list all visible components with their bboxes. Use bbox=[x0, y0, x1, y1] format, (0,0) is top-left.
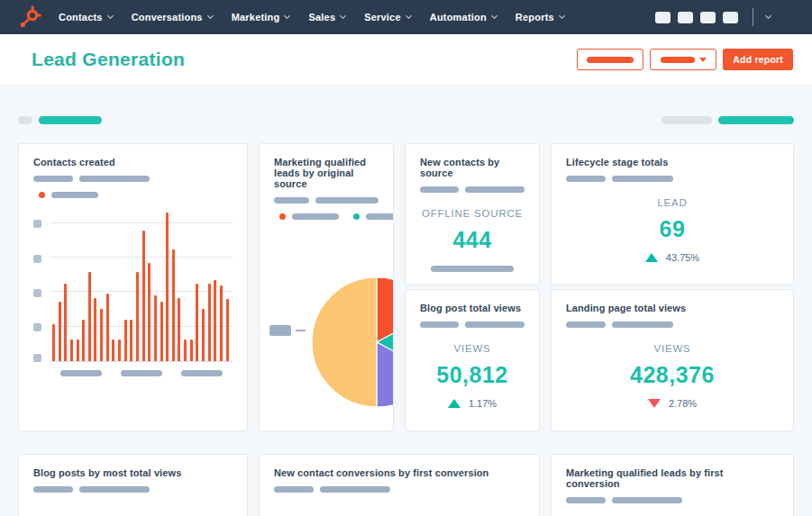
bar bbox=[190, 339, 193, 361]
account-menu[interactable] bbox=[766, 16, 796, 18]
legend-label-placeholder bbox=[51, 192, 98, 198]
bar-chart-plot bbox=[50, 211, 233, 362]
card-title: Lifecycle stage totals bbox=[566, 157, 779, 167]
subtitle-placeholder bbox=[566, 497, 606, 503]
nav-item-label: Contacts bbox=[59, 12, 103, 23]
bar bbox=[202, 309, 205, 361]
metric-label: LEAD bbox=[566, 197, 779, 208]
bar-chart bbox=[33, 211, 233, 362]
subtitle-placeholder bbox=[315, 197, 379, 204]
page-header: Lead Generation Add report bbox=[0, 34, 812, 86]
metric-footer-placeholder bbox=[431, 266, 514, 272]
card-title: New contacts by source bbox=[420, 157, 525, 178]
dashboard-actions-dropdown[interactable] bbox=[650, 49, 716, 70]
arrow-up-icon bbox=[645, 253, 658, 262]
page-title: Lead Generation bbox=[32, 49, 185, 70]
chevron-down-icon bbox=[559, 13, 565, 19]
toolbar-action-placeholder[interactable] bbox=[718, 116, 794, 124]
pie-leader-line bbox=[296, 330, 306, 331]
card-title: Contacts created bbox=[33, 157, 233, 167]
pie-chart bbox=[260, 223, 393, 431]
add-report-button[interactable]: Add report bbox=[723, 49, 793, 70]
bar bbox=[154, 295, 157, 361]
top-navbar: ContactsConversationsMarketingSalesServi… bbox=[0, 0, 812, 34]
pie-label-placeholder bbox=[269, 325, 291, 336]
bar bbox=[160, 302, 163, 361]
subtitle-placeholder bbox=[420, 321, 459, 328]
bar bbox=[88, 272, 91, 361]
chevron-down-icon bbox=[765, 13, 771, 19]
y-tick-placeholder bbox=[33, 220, 41, 228]
nav-item-sales[interactable]: Sales bbox=[308, 12, 345, 23]
nav-icon-button-placeholder[interactable] bbox=[678, 12, 693, 23]
nav-item-marketing[interactable]: Marketing bbox=[232, 12, 290, 23]
dashboard-filter-button[interactable] bbox=[577, 49, 643, 70]
subtitle-placeholder bbox=[79, 486, 150, 493]
card-title: New contact conversions by first convers… bbox=[274, 467, 525, 478]
bar bbox=[130, 320, 132, 361]
subtitle-placeholder bbox=[79, 176, 150, 182]
hubspot-sprocket-logo-icon[interactable] bbox=[18, 5, 41, 29]
y-tick-placeholder bbox=[33, 354, 41, 362]
pie-slice-1 bbox=[377, 277, 394, 342]
subtitle-placeholder bbox=[274, 197, 309, 204]
date-filter-placeholder[interactable] bbox=[39, 116, 102, 124]
legend-label-placeholder bbox=[366, 213, 394, 220]
chevron-down-icon bbox=[406, 13, 412, 19]
card-blog-post-total-views: Blog post total views VIEWS 50,812 1.17% bbox=[405, 289, 540, 431]
delta-value: 1.17% bbox=[469, 398, 497, 409]
bar bbox=[148, 263, 151, 361]
bar bbox=[214, 280, 216, 361]
bar bbox=[172, 249, 175, 361]
subtitle-placeholder bbox=[612, 497, 682, 503]
nav-item-reports[interactable]: Reports bbox=[515, 12, 564, 23]
legend-label-placeholder bbox=[292, 213, 339, 220]
bar bbox=[118, 339, 121, 361]
y-tick-placeholder bbox=[33, 289, 41, 297]
x-label-placeholder bbox=[181, 370, 223, 376]
card-title: Blog posts by most total views bbox=[33, 467, 233, 478]
legend-item bbox=[279, 213, 339, 220]
arrow-down-icon bbox=[648, 399, 661, 408]
bar bbox=[100, 309, 103, 361]
toolbar-label-placeholder bbox=[661, 116, 712, 124]
y-tick-placeholder bbox=[33, 323, 41, 331]
metric-value: 428,376 bbox=[566, 362, 779, 388]
chevron-down-icon bbox=[340, 13, 346, 19]
nav-item-contacts[interactable]: Contacts bbox=[59, 12, 113, 23]
nav-item-label: Conversations bbox=[132, 12, 203, 23]
metric-label: OFFLINE SOURCE bbox=[420, 208, 525, 219]
bar bbox=[94, 298, 96, 361]
nav-icon-button-placeholder[interactable] bbox=[655, 12, 671, 23]
nav-item-label: Sales bbox=[308, 12, 335, 23]
nav-icon-button-placeholder[interactable] bbox=[700, 12, 716, 23]
filter-label-placeholder bbox=[18, 116, 32, 124]
caret-down-icon bbox=[699, 58, 707, 62]
card-title: Blog post total views bbox=[420, 303, 525, 313]
y-tick-placeholder bbox=[33, 255, 41, 263]
legend-dot-icon bbox=[39, 192, 45, 198]
bar bbox=[226, 299, 229, 361]
nav-item-label: Reports bbox=[515, 12, 554, 23]
card-landing-page-total-views: Landing page total views VIEWS 428,376 2… bbox=[551, 289, 794, 431]
x-label-placeholder bbox=[60, 370, 102, 376]
delta-value: 43.75% bbox=[666, 252, 699, 263]
metric-value: 50,812 bbox=[420, 362, 525, 388]
bar bbox=[82, 320, 85, 361]
subtitle-placeholder bbox=[33, 486, 73, 493]
nav-item-conversations[interactable]: Conversations bbox=[132, 12, 213, 23]
bar bbox=[208, 284, 211, 361]
card-title: Marketing qualified leads by original so… bbox=[274, 157, 379, 189]
subtitle-placeholder bbox=[33, 176, 73, 182]
nav-item-service[interactable]: Service bbox=[364, 12, 411, 23]
chevron-down-icon bbox=[284, 13, 290, 19]
arrow-up-icon bbox=[448, 399, 461, 408]
bar bbox=[77, 339, 79, 361]
subtitle-placeholder bbox=[612, 176, 673, 182]
nav-icon-button-placeholder[interactable] bbox=[723, 12, 738, 23]
bar bbox=[178, 298, 180, 361]
subtitle-placeholder bbox=[612, 321, 673, 328]
card-lifecycle-stage-totals: Lifecycle stage totals LEAD 69 43.75% bbox=[551, 143, 794, 285]
nav-item-automation[interactable]: Automation bbox=[430, 12, 497, 23]
metric-delta: 43.75% bbox=[566, 252, 779, 263]
